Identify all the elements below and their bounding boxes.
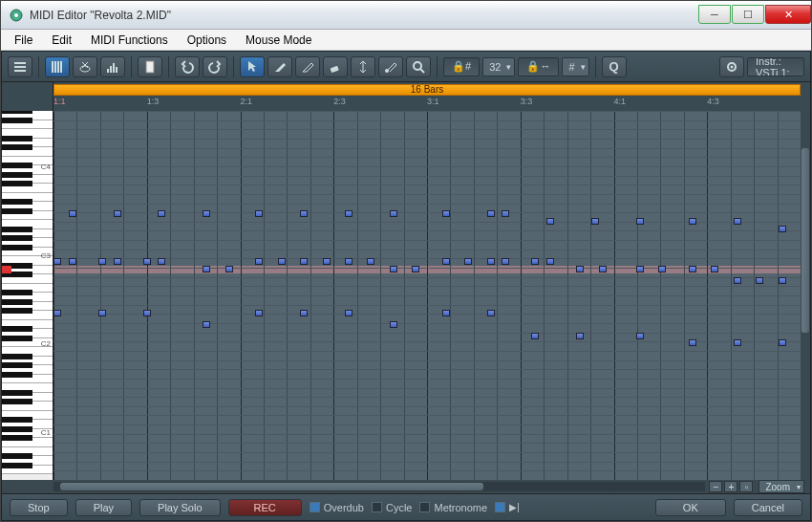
undo-button[interactable]	[175, 56, 200, 77]
midi-note[interactable]	[487, 210, 495, 217]
midi-note[interactable]	[689, 266, 696, 272]
settings-button[interactable]	[719, 56, 744, 77]
midi-note[interactable]	[591, 218, 599, 225]
play-button[interactable]: Play	[75, 499, 132, 516]
vertical-scroll-thumb[interactable]	[801, 148, 809, 333]
velocity-view-button[interactable]	[100, 56, 125, 77]
midi-note[interactable]	[255, 258, 263, 265]
ok-button[interactable]: OK	[655, 499, 726, 516]
midi-note[interactable]	[689, 339, 696, 346]
midi-note[interactable]	[711, 266, 718, 272]
quantize-select[interactable]: 32	[482, 57, 515, 76]
zoom-tool-button[interactable]	[406, 56, 431, 77]
redo-button[interactable]	[203, 56, 227, 77]
midi-note[interactable]	[689, 218, 696, 225]
menu-file[interactable]: File	[5, 32, 42, 49]
midi-note[interactable]	[636, 218, 644, 225]
play-solo-button[interactable]: Play Solo	[139, 499, 220, 516]
midi-note[interactable]	[636, 333, 644, 339]
menu-midi-functions[interactable]: MIDI Functions	[81, 32, 178, 49]
menu-mouse-mode[interactable]: Mouse Mode	[236, 32, 321, 49]
time-ruler[interactable]: 1:11:32:12:33:13:34:14:3	[53, 97, 801, 111]
region-bar[interactable]: 16 Bars	[53, 84, 801, 96]
glue-tool-button[interactable]	[378, 56, 403, 77]
midi-note[interactable]	[779, 226, 786, 232]
midi-note[interactable]	[390, 266, 397, 272]
midi-note[interactable]	[599, 266, 607, 272]
midi-note[interactable]	[143, 310, 151, 316]
close-button[interactable]: ✕	[765, 5, 811, 24]
zoom-select[interactable]: Zoom	[759, 480, 804, 493]
midi-note[interactable]	[734, 339, 741, 346]
midi-note[interactable]	[487, 310, 495, 316]
zoom-in-button[interactable]: +	[724, 481, 737, 492]
midi-note[interactable]	[300, 310, 308, 316]
minimize-button[interactable]: ─	[698, 5, 731, 24]
maximize-button[interactable]: ☐	[732, 5, 764, 24]
midi-note[interactable]	[502, 210, 509, 217]
midi-note[interactable]	[53, 310, 61, 316]
midi-note[interactable]	[345, 310, 353, 316]
zoom-fit-button[interactable]: ▫	[739, 481, 753, 492]
midi-note[interactable]	[323, 258, 331, 265]
midi-note[interactable]	[98, 258, 106, 265]
midi-note[interactable]	[502, 258, 509, 265]
midi-note[interactable]	[367, 258, 374, 265]
zoom-out-button[interactable]: −	[709, 481, 722, 492]
eraser-tool-button[interactable]	[323, 56, 348, 77]
midi-note[interactable]	[464, 258, 472, 265]
midi-note[interactable]	[143, 258, 151, 265]
menu-edit[interactable]: Edit	[42, 32, 81, 49]
midi-note[interactable]	[203, 321, 210, 328]
midi-note[interactable]	[390, 321, 397, 328]
midi-note[interactable]	[576, 333, 584, 339]
list-view-button[interactable]	[8, 56, 32, 77]
midi-note[interactable]	[779, 339, 786, 346]
midi-note[interactable]	[756, 277, 763, 284]
midi-note[interactable]	[531, 258, 539, 265]
midi-note[interactable]	[53, 258, 61, 265]
midi-note[interactable]	[158, 258, 165, 265]
horizontal-scrollbar[interactable]	[53, 482, 705, 491]
midi-note[interactable]	[255, 210, 263, 217]
pointer-tool-button[interactable]	[240, 56, 265, 77]
overdub-checkbox[interactable]: Overdub	[310, 502, 364, 513]
midi-note[interactable]	[345, 258, 353, 265]
instrument-field[interactable]: Instr.: VSTi 1:	[747, 57, 804, 76]
midi-note[interactable]	[255, 310, 263, 316]
midi-note[interactable]	[114, 210, 121, 217]
stop-button[interactable]: Stop	[10, 499, 68, 516]
pencil-tool-button[interactable]	[267, 56, 292, 77]
metronome-checkbox[interactable]: Metronome	[419, 502, 487, 513]
vertical-scrollbar[interactable]	[801, 111, 810, 480]
cancel-button[interactable]: Cancel	[734, 499, 802, 516]
midi-note[interactable]	[158, 210, 165, 217]
midi-note[interactable]	[345, 210, 353, 217]
midi-note[interactable]	[300, 258, 308, 265]
timeline[interactable]: 16 Bars 1:11:32:12:33:13:34:14:3	[53, 82, 810, 111]
cycle-checkbox[interactable]: Cycle	[372, 502, 413, 513]
piano-keyboard[interactable]: C4C3C2C1	[2, 111, 53, 480]
midi-note[interactable]	[442, 210, 450, 217]
midi-note[interactable]	[546, 258, 554, 265]
drum-view-button[interactable]	[73, 56, 97, 77]
midi-note[interactable]	[203, 210, 210, 217]
midi-note[interactable]	[442, 258, 450, 265]
midi-note[interactable]	[442, 310, 450, 316]
midi-note[interactable]	[636, 266, 644, 272]
piano-roll-button[interactable]	[45, 56, 70, 77]
midi-note[interactable]	[658, 266, 666, 272]
horizontal-scroll-thumb[interactable]	[60, 483, 484, 490]
loop-to-end-checkbox[interactable]: ▶|	[495, 502, 520, 512]
record-button[interactable]: REC	[228, 499, 302, 516]
midi-note[interactable]	[576, 266, 584, 272]
midi-note[interactable]	[412, 266, 419, 272]
draw-tool-button[interactable]	[295, 56, 320, 77]
midi-note[interactable]	[487, 258, 495, 265]
midi-note[interactable]	[98, 310, 106, 316]
length-select[interactable]: #	[562, 57, 588, 76]
midi-note[interactable]	[69, 258, 76, 265]
midi-note[interactable]	[225, 266, 233, 272]
split-tool-button[interactable]	[351, 56, 375, 77]
midi-note[interactable]	[779, 277, 786, 284]
